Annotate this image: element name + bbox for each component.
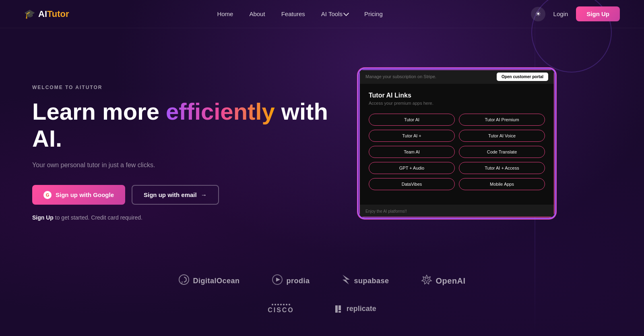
dash-link-6[interactable]: GPT + Audio (369, 162, 455, 174)
dash-link-5[interactable]: Code Translate (459, 146, 545, 158)
nav-links: Home About Features AI Tools Pricing (217, 10, 382, 18)
partner-supabase: supabase (342, 274, 389, 288)
svg-point-6 (425, 278, 428, 281)
digitalocean-name: DigitalOcean (193, 277, 239, 285)
partner-digitalocean: DigitalOcean (178, 274, 239, 288)
supabase-name: supabase (354, 277, 389, 285)
hero-headline: Learn more efficiently with AI. (32, 98, 334, 152)
chevron-down-icon (343, 10, 349, 16)
dashboard-footer: Enjoy the AI platforms!! (359, 205, 555, 218)
email-btn-label: Sign up with email (144, 191, 197, 198)
logo-tutor: Tutor (47, 9, 69, 19)
login-button[interactable]: Login (553, 10, 568, 17)
logo-icon: 🎓 (24, 9, 35, 19)
dash-link-9[interactable]: Mobile Apps (459, 178, 545, 190)
replicate-name: replicate (347, 305, 376, 313)
supabase-icon (342, 274, 351, 288)
digitalocean-icon (178, 274, 190, 288)
dashboard-section-sub: Access your premium apps here. (369, 101, 545, 106)
dashboard-section-title: Tutor AI Links (369, 92, 545, 99)
hero-right: Manage your subscription on Stripe. Open… (358, 60, 559, 218)
nav-home[interactable]: Home (217, 10, 233, 17)
signup-nav-button[interactable]: Sign Up (576, 6, 620, 21)
signup-note: Sign Up to get started. Credit card requ… (32, 214, 334, 221)
nav-about[interactable]: About (249, 10, 265, 17)
svg-rect-9 (339, 311, 341, 313)
nav-actions: ☀ Login Sign Up (531, 6, 620, 21)
dashboard-links-grid: Tutor AI Tutor AI Premium Tutor AI + Tut… (369, 114, 545, 190)
dashboard-body: Tutor AI Links Access your premium apps … (359, 84, 555, 205)
google-icon: G (43, 191, 52, 199)
cisco-dots-row1 (272, 304, 290, 305)
prodia-icon (272, 274, 283, 288)
dash-link-4[interactable]: Team AI (369, 146, 455, 158)
arrow-icon: → (201, 191, 207, 198)
signup-email-button[interactable]: Sign up with email → (132, 185, 219, 205)
headline-part1: Learn more (32, 98, 166, 124)
logo-text: AITutor (38, 9, 69, 19)
partners-row1: DigitalOcean prodia supabase OpenAI (0, 258, 644, 304)
dashboard-stripe-top: Manage your subscription on Stripe. Open… (359, 69, 555, 84)
open-portal-button[interactable]: Open customer portal (497, 73, 548, 81)
openai-icon (421, 274, 432, 288)
google-btn-label: Sign up with Google (56, 191, 114, 198)
welcome-label: WELCOME TO AITUTOR (32, 85, 334, 90)
hero-section: WELCOME TO AITUTOR Learn more efficientl… (0, 28, 644, 258)
cisco-name: CISCO (268, 307, 294, 314)
logo: 🎓 AITutor (24, 9, 69, 19)
svg-marker-5 (343, 275, 350, 284)
dash-link-3[interactable]: Tutor AI Voice (459, 130, 545, 142)
headline-emphasis: efficiently (166, 98, 275, 124)
signup-google-button[interactable]: G Sign up with Google (32, 185, 125, 205)
partner-openai: OpenAI (421, 274, 465, 288)
hero-buttons: G Sign up with Google Sign up with email… (32, 185, 334, 205)
dash-link-0[interactable]: Tutor AI (369, 114, 455, 126)
hero-subtext: Your own personal tutor in just a few cl… (32, 162, 334, 169)
openai-name: OpenAI (436, 276, 465, 286)
dash-link-2[interactable]: Tutor AI + (369, 130, 455, 142)
signup-note-bold: Sign Up (32, 214, 54, 221)
svg-point-0 (179, 275, 189, 284)
svg-rect-8 (339, 305, 341, 310)
theme-toggle-button[interactable]: ☀ (531, 7, 545, 21)
dashboard-footer-text: Enjoy the AI platforms!! (365, 209, 407, 214)
signup-note-rest: to get started. Credit card required. (54, 214, 142, 221)
nav-features[interactable]: Features (281, 10, 305, 17)
partner-prodia: prodia (272, 274, 310, 288)
dash-link-1[interactable]: Tutor AI Premium (459, 114, 545, 126)
dash-link-8[interactable]: DataVibes (369, 178, 455, 190)
logo-ai: AI (38, 9, 47, 19)
dashboard-preview: Manage your subscription on Stripe. Open… (358, 68, 555, 218)
stripe-manage-text: Manage your subscription on Stripe. (365, 74, 436, 79)
dash-link-7[interactable]: Tutor AI + Access (459, 162, 545, 174)
svg-marker-4 (276, 278, 280, 282)
partner-replicate: replicate (334, 305, 376, 313)
svg-rect-7 (335, 305, 338, 313)
prodia-name: prodia (286, 277, 310, 285)
partner-cisco: CISCO (268, 304, 294, 314)
partners-row2: CISCO replicate (0, 304, 644, 330)
nav-pricing[interactable]: Pricing (364, 10, 383, 17)
nav-ai-tools[interactable]: AI Tools (321, 10, 348, 17)
navbar: 🎓 AITutor Home About Features AI Tools P… (0, 0, 644, 28)
hero-left: WELCOME TO AITUTOR Learn more efficientl… (32, 60, 334, 221)
replicate-icon (334, 305, 343, 313)
